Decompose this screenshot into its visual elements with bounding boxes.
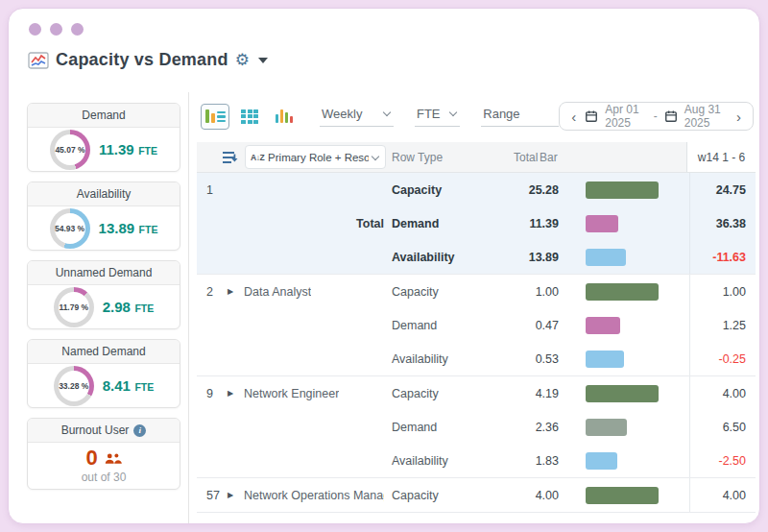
column-header-week: w14 1 - 6 [686, 142, 756, 172]
gauge-percent: 11.79 % [59, 302, 88, 312]
donut-gauge: 11.79 % [54, 287, 94, 327]
availability-bar [586, 249, 626, 266]
sidebar-card-unnamed-demand: Unnamed Demand 11.79 % 2.98 FTE [27, 260, 180, 329]
window-dot[interactable] [29, 23, 41, 36]
settings-caret-icon[interactable] [258, 58, 268, 63]
fte-value: 8.41 [103, 377, 131, 394]
window-dot[interactable] [50, 23, 62, 36]
chevron-down-icon [383, 109, 391, 116]
demand-bar [586, 317, 620, 334]
fte-unit: FTE [134, 381, 154, 393]
fte-unit: FTE [138, 145, 157, 157]
total-value: 1.83 [509, 454, 566, 468]
expand-caret-icon[interactable]: ▶ [228, 287, 244, 296]
gear-icon[interactable]: ⚙ [235, 52, 250, 68]
group-name: Network Operations Manager [244, 489, 384, 502]
table-header: A↓Z Primary Role + Resource... Row Type … [197, 142, 756, 173]
row-type: Demand [392, 319, 509, 332]
kpi-sidebar: Demand 45.07 % 11.39 FTE Availability 54… [9, 92, 188, 523]
bar-cell [566, 452, 689, 470]
total-label: Total [356, 217, 392, 230]
bar-cell [566, 317, 689, 334]
table-row[interactable]: Demand 2.36 6.50 [197, 410, 756, 444]
total-value: 4.19 [509, 387, 566, 400]
table-row[interactable]: 1 Capacity 25.28 24.75 [197, 173, 756, 206]
gauge-percent: 54.93 % [55, 224, 84, 233]
granularity-select[interactable]: Weekly [320, 107, 394, 127]
gauge-percent: 45.07 % [55, 145, 84, 155]
capacity-bar [586, 283, 659, 301]
total-value: 4.00 [509, 489, 566, 502]
table-row[interactable]: Availability 0.53 -0.25 [197, 342, 756, 375]
sort-az-icon: A↓Z [251, 153, 264, 162]
bar-cell [566, 419, 689, 436]
capacity-table: A↓Z Primary Role + Resource... Row Type … [197, 142, 756, 523]
row-type: Capacity [392, 489, 509, 502]
burnout-caption: out of 30 [82, 471, 127, 484]
row-type: Availability [392, 454, 509, 468]
group-name: Network Engineer [244, 387, 339, 400]
total-value: 0.47 [509, 319, 566, 332]
availability-bar [586, 452, 617, 470]
card-title: Named Demand [28, 340, 180, 364]
unit-select[interactable]: FTE [415, 107, 460, 127]
row-type: Demand [392, 421, 509, 434]
calendar-icon [585, 109, 598, 123]
info-icon[interactable]: i [133, 424, 146, 437]
app-window: Capacity vs Demand ⚙ Demand 45.07 % 11.3… [8, 8, 760, 524]
gauge-percent: 33.28 % [59, 381, 88, 391]
week-value: 1.00 [689, 275, 756, 308]
view-toggle-combined-button[interactable] [201, 104, 229, 130]
table-row[interactable]: 2 ▶ Data Analyst Capacity 1.00 1.00 [197, 275, 756, 308]
table-row[interactable]: 57 ▶ Network Operations Manager Capacity… [197, 478, 756, 512]
date-end[interactable]: Aug 31 2025 [684, 103, 728, 130]
table-row[interactable]: Availability 13.89 -11.63 [197, 240, 756, 274]
table-row[interactable]: Availability 1.83 -2.50 [197, 444, 756, 477]
fte-unit: FTE [134, 302, 154, 314]
donut-gauge: 45.07 % [50, 130, 90, 170]
bar-cell [566, 283, 689, 301]
total-value: 1.00 [509, 285, 566, 299]
table-row[interactable]: Total Demand 11.39 36.38 [197, 206, 756, 240]
group-by-select[interactable]: A↓Z Primary Role + Resource... [245, 145, 386, 169]
view-toggle-grid-button[interactable] [235, 104, 264, 130]
expand-caret-icon[interactable]: ▶ [228, 389, 244, 398]
column-header-row-type: Row Type [392, 151, 443, 164]
prev-period-button[interactable]: ‹ [569, 109, 578, 124]
calendar-icon [664, 109, 678, 123]
bar-chart-view-icon [276, 109, 294, 123]
group-id: 9 [206, 387, 228, 400]
week-value: 4.00 [689, 478, 756, 512]
demand-bar [586, 419, 627, 436]
week-value: 36.38 [689, 206, 756, 240]
fte-value: 2.98 [103, 299, 131, 315]
fte-value: 11.39 [99, 141, 134, 157]
bar-cell [566, 181, 689, 199]
total-value: 2.36 [509, 421, 566, 434]
row-type: Capacity [392, 285, 509, 299]
people-icon [105, 452, 122, 465]
group-id: 2 [206, 285, 228, 299]
week-value: -11.63 [689, 240, 756, 274]
week-value: 4.00 [689, 376, 756, 410]
table-body: 1 Capacity 25.28 24.75 Total Demand 11.3… [197, 173, 756, 523]
card-title: Unnamed Demand [28, 261, 180, 285]
window-dot[interactable] [71, 23, 84, 36]
group-name: Data Analyst [244, 285, 311, 299]
sidebar-card-availability: Availability 54.93 % 13.89 FTE [27, 181, 180, 251]
table-row[interactable]: Demand 0.47 1.25 [197, 308, 756, 342]
table-row[interactable]: 9 ▶ Network Engineer Capacity 4.19 4.00 [197, 376, 756, 410]
sidebar-card-demand: Demand 45.07 % 11.39 FTE [27, 103, 180, 172]
row-type: Availability [392, 251, 509, 264]
line-chart-icon [28, 52, 49, 69]
next-period-button[interactable]: › [734, 109, 743, 124]
total-value: 0.53 [509, 352, 566, 366]
date-start[interactable]: Apr 01 2025 [605, 103, 647, 130]
total-value: 25.28 [509, 183, 566, 197]
chevron-down-icon [372, 152, 379, 159]
sort-lines-icon[interactable] [222, 150, 239, 165]
burnout-count: 0 [85, 447, 97, 469]
view-toggle-chart-button[interactable] [270, 104, 299, 130]
range-select[interactable]: Range [481, 107, 559, 127]
expand-caret-icon[interactable]: ▶ [228, 491, 244, 499]
